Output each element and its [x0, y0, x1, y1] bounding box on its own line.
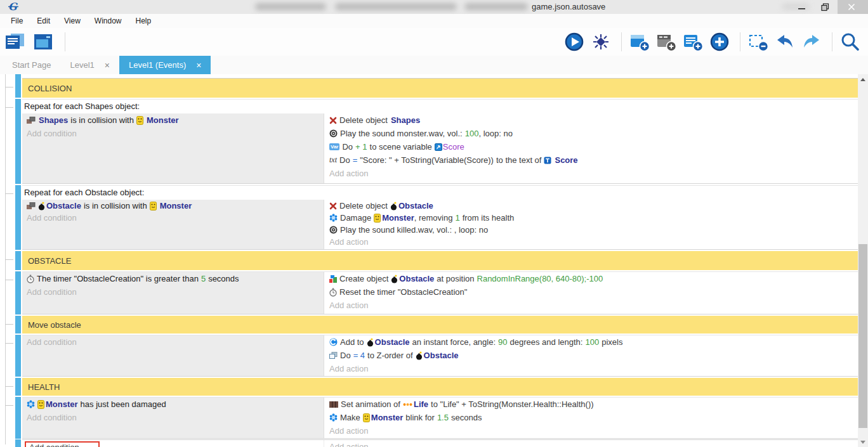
- conditions-panel[interactable]: Add condition: [22, 440, 324, 447]
- conditions-panel[interactable]: Obstacle is in collision with Monster Ad…: [22, 200, 324, 249]
- scene-editor-button[interactable]: [33, 30, 56, 53]
- group-header-obstacle[interactable]: OBSTACLE: [15, 251, 858, 270]
- action-row[interactable]: Delete object Shapes: [324, 113, 858, 127]
- actions-panel[interactable]: Set animation of Life to "Life" + ToStri…: [324, 398, 858, 438]
- event-selection-bar[interactable]: [15, 271, 21, 314]
- event-empty-new[interactable]: Add condition Add action: [15, 439, 858, 447]
- conditions-panel[interactable]: The timer "ObstacleCreation" is greater …: [22, 272, 324, 314]
- event-selection-bar[interactable]: [15, 439, 21, 447]
- action-row[interactable]: Play the sound monster.wav, vol.: 100 , …: [324, 127, 858, 140]
- add-action-button[interactable]: Add action: [324, 362, 858, 375]
- add-action-button[interactable]: Add action: [324, 424, 858, 437]
- vertical-scrollbar[interactable]: [858, 74, 868, 447]
- add-circle-icon: [709, 32, 730, 52]
- scrollbar-thumb[interactable]: [858, 244, 867, 428]
- object-name: Life: [414, 399, 428, 409]
- events-sheet[interactable]: COLLISION Repeat for each Shapes object:…: [0, 74, 858, 447]
- tab-start-page[interactable]: Start Page: [3, 56, 60, 74]
- conditions-panel[interactable]: Monster has just been damaged Add condit…: [22, 398, 324, 438]
- project-manager-button[interactable]: [5, 30, 28, 53]
- minimize-button[interactable]: [792, 0, 815, 14]
- event-selection-bar[interactable]: [15, 378, 21, 396]
- menu-window[interactable]: Window: [88, 15, 129, 27]
- restore-button[interactable]: [815, 0, 838, 14]
- scroll-down-button[interactable]: [858, 437, 868, 447]
- action-row[interactable]: Create object Obstacle at position Rando…: [324, 272, 858, 285]
- event-selection-bar[interactable]: [15, 99, 21, 184]
- scroll-up-button[interactable]: [858, 74, 868, 84]
- event-selection-bar[interactable]: [15, 185, 21, 250]
- action-row[interactable]: Play the sound killed.wav, vol.: , loop:…: [324, 224, 858, 236]
- action-row[interactable]: Add to Obstacle an instant force, angle:…: [324, 335, 858, 349]
- add-other-event-button[interactable]: [709, 30, 732, 53]
- add-action-button[interactable]: Add action: [324, 167, 858, 180]
- condition-row[interactable]: The timer "ObstacleCreation" is greater …: [22, 272, 324, 285]
- add-action-button[interactable]: Add action: [324, 236, 858, 248]
- tab-level1[interactable]: Level1 ×: [60, 56, 119, 74]
- condition-row[interactable]: Obstacle is in collision with Monster: [22, 200, 324, 212]
- actions-panel[interactable]: Create object Obstacle at position Rando…: [324, 272, 858, 314]
- close-button[interactable]: [838, 0, 868, 14]
- add-action-button[interactable]: Add action: [324, 299, 858, 312]
- preview-play-button[interactable]: [564, 30, 587, 53]
- group-header-health[interactable]: HEALTH: [15, 378, 858, 396]
- event-selection-bar[interactable]: [15, 251, 21, 270]
- search-events-button[interactable]: [840, 30, 863, 53]
- action-row[interactable]: Do = 4 to Z-order of Obstacle: [324, 349, 858, 362]
- actions-panel[interactable]: Delete object Shapes Play the sound mons…: [324, 113, 858, 183]
- action-row[interactable]: Make Monster blink for 1.5 seconds: [324, 411, 858, 424]
- add-event-icon: [629, 32, 650, 52]
- actions-panel[interactable]: Add action: [324, 440, 858, 447]
- monster-icon: [37, 400, 44, 409]
- add-condition-button[interactable]: Add condition: [22, 411, 324, 424]
- add-comment-button[interactable]: [656, 30, 679, 53]
- menu-file[interactable]: File: [4, 15, 30, 27]
- repeat-event-label[interactable]: Repeat for each Shapes object:: [22, 100, 858, 113]
- add-condition-button[interactable]: Add condition: [22, 285, 324, 299]
- add-condition-button[interactable]: Add condition: [22, 335, 324, 349]
- add-subevent-button[interactable]: [683, 30, 706, 53]
- action-row[interactable]: txt Do = "Score: " + ToString(Variable(S…: [324, 153, 858, 167]
- debug-button[interactable]: [591, 30, 614, 53]
- event-selection-bar[interactable]: [15, 74, 21, 79]
- menu-help[interactable]: Help: [129, 15, 159, 27]
- conditions-panel[interactable]: Add condition: [22, 335, 324, 376]
- action-row[interactable]: Delete object Obstacle: [324, 200, 858, 212]
- actions-panel[interactable]: Add to Obstacle an instant force, angle:…: [324, 335, 858, 376]
- redo-button[interactable]: [801, 30, 824, 53]
- condition-row[interactable]: Shapes is in collision with Monster: [22, 113, 324, 127]
- event-selection-bar[interactable]: [15, 79, 21, 98]
- delete-selection-button[interactable]: [748, 30, 771, 53]
- tab-level1-events[interactable]: Level1 (Events) ×: [119, 56, 211, 74]
- action-row[interactable]: Var Do + 1 to scene variable Score: [324, 140, 858, 153]
- event-selection-bar[interactable]: [15, 335, 21, 377]
- conditions-panel[interactable]: Shapes is in collision with Monster Add …: [22, 113, 324, 183]
- action-row[interactable]: Reset the timer "ObstacleCreation": [324, 285, 858, 299]
- event-selection-bar[interactable]: [15, 397, 21, 439]
- actions-panel[interactable]: Delete object Obstacle Damage Monster , …: [324, 200, 858, 249]
- repeat-event-label[interactable]: Repeat for each Obstacle object:: [22, 186, 858, 200]
- tab-close-icon[interactable]: ×: [105, 60, 110, 70]
- event-obstacle-timer[interactable]: The timer "ObstacleCreation" is greater …: [15, 271, 858, 314]
- event-shapes-collision[interactable]: Repeat for each Shapes object: Shapes is…: [15, 99, 858, 184]
- menu-view[interactable]: View: [57, 15, 88, 27]
- toolbar-separator: [621, 32, 622, 51]
- add-condition-button[interactable]: Add condition: [29, 443, 79, 447]
- event-selection-bar[interactable]: [15, 316, 21, 334]
- action-row[interactable]: Damage Monster , removing 1 from its hea…: [324, 212, 858, 224]
- add-action-button[interactable]: Add action: [324, 440, 858, 447]
- action-row[interactable]: Set animation of Life to "Life" + ToStri…: [324, 398, 858, 411]
- event-obstacle-collision[interactable]: Repeat for each Obstacle object: Obstacl…: [15, 185, 858, 250]
- undo-button[interactable]: [775, 30, 798, 53]
- tab-close-icon[interactable]: ×: [196, 60, 201, 70]
- create-object-icon: [329, 275, 337, 283]
- add-condition-button[interactable]: Add condition: [22, 212, 324, 224]
- group-header-collision[interactable]: COLLISION: [15, 79, 858, 98]
- add-event-button[interactable]: [629, 30, 652, 53]
- event-move-obstacle[interactable]: Add condition Add to Obstacle an instant…: [15, 335, 858, 377]
- group-header-move-obstacle[interactable]: Move obstacle: [15, 316, 858, 334]
- add-condition-button[interactable]: Add condition: [22, 127, 324, 140]
- condition-row[interactable]: Monster has just been damaged: [22, 398, 324, 411]
- menu-edit[interactable]: Edit: [30, 15, 57, 27]
- event-monster-damaged[interactable]: Monster has just been damaged Add condit…: [15, 397, 858, 439]
